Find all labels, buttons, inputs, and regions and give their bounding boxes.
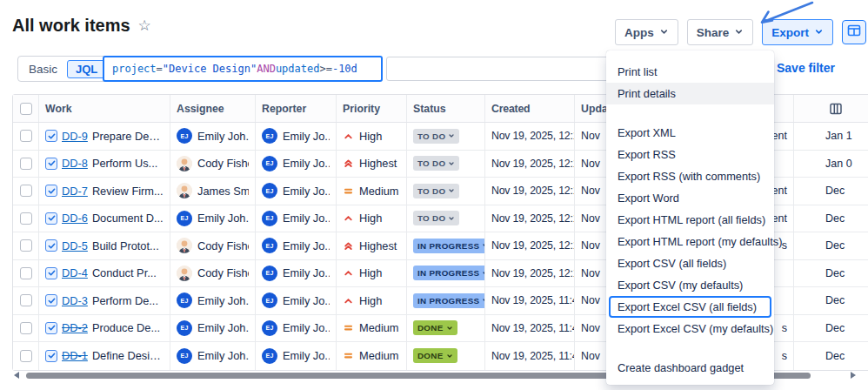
assignee-cell[interactable]: EJ Emily Joh... xyxy=(170,342,256,370)
assignee-cell[interactable]: James Sm... xyxy=(170,178,256,205)
save-filter-link[interactable]: Save filter xyxy=(777,61,835,75)
priority-cell[interactable]: High xyxy=(337,205,407,232)
scroll-right-arrow[interactable] xyxy=(851,372,856,379)
status-badge[interactable]: TO DO xyxy=(413,211,459,225)
work-item-summary[interactable]: Conduct Pr... xyxy=(92,266,157,279)
share-button[interactable]: Share xyxy=(687,19,754,45)
priority-cell[interactable]: High xyxy=(337,260,407,287)
export-menu-item[interactable]: Create dashboard gadget xyxy=(606,357,774,379)
export-menu-item[interactable]: Print details xyxy=(606,83,774,104)
priority-cell[interactable]: Highest xyxy=(337,151,407,178)
favorite-star-icon[interactable]: ☆ xyxy=(138,17,151,35)
export-menu-item[interactable]: Export RSS xyxy=(606,144,774,165)
work-item-summary[interactable]: Define Desig... xyxy=(92,349,164,362)
reporter-cell[interactable]: EJ Emily Jo... xyxy=(256,232,337,259)
column-header-assignee[interactable]: Assignee xyxy=(170,95,256,122)
configure-columns-button[interactable] xyxy=(825,98,846,119)
work-item-key[interactable]: DD-5 xyxy=(62,239,88,252)
row-checkbox[interactable] xyxy=(20,294,32,306)
column-header-reporter[interactable]: Reporter xyxy=(256,95,337,122)
status-badge[interactable]: TO DO xyxy=(413,129,459,144)
reporter-cell[interactable]: EJ Emily Jo... xyxy=(256,205,337,232)
avatar-initials: EJ xyxy=(266,325,274,331)
work-item-summary[interactable]: Prepare Des... xyxy=(92,130,164,143)
column-header-priority[interactable]: Priority xyxy=(337,95,407,122)
work-item-summary[interactable]: Review Firm... xyxy=(92,185,164,198)
assignee-name: Emily Joh... xyxy=(197,321,249,334)
reporter-cell[interactable]: EJ Emily Jo... xyxy=(256,178,337,205)
work-item-summary[interactable]: Document D... xyxy=(92,212,164,225)
work-item-summary[interactable]: Produce De... xyxy=(92,321,160,334)
basic-mode-button[interactable]: Basic xyxy=(21,61,65,77)
assignee-cell[interactable]: Cody Fisher xyxy=(170,232,256,259)
row-checkbox[interactable] xyxy=(20,185,32,197)
row-checkbox[interactable] xyxy=(20,322,32,334)
work-item-key[interactable]: DD-1 xyxy=(62,349,88,362)
priority-cell[interactable]: High xyxy=(337,287,407,314)
reporter-cell[interactable]: EJ Emily Jo... xyxy=(256,260,337,287)
row-checkbox[interactable] xyxy=(20,239,32,252)
reporter-cell[interactable]: EJ Emily Jo... xyxy=(256,151,337,178)
work-item-summary[interactable]: Perform De... xyxy=(92,294,158,307)
priority-cell[interactable]: High xyxy=(337,123,407,150)
row-checkbox[interactable] xyxy=(20,350,32,362)
work-item-key[interactable]: DD-6 xyxy=(62,212,88,225)
export-menu-item[interactable]: Export Excel CSV (my defaults) xyxy=(606,318,774,340)
column-header-status[interactable]: Status xyxy=(407,95,485,122)
column-header-work[interactable]: Work xyxy=(39,95,170,122)
export-menu-item[interactable]: Print list xyxy=(606,61,774,83)
assignee-avatar: EJ xyxy=(177,128,192,144)
export-button[interactable]: Export xyxy=(762,19,833,45)
assignee-cell[interactable]: Cody Fisher xyxy=(170,151,256,178)
reporter-cell[interactable]: EJ Emily Jo... xyxy=(256,123,337,150)
priority-cell[interactable]: Medium xyxy=(337,178,407,205)
jql-query-input[interactable]: project = "Device Design" AND updated >=… xyxy=(103,56,383,82)
reporter-cell[interactable]: EJ Emily Jo... xyxy=(256,342,337,370)
export-menu-item[interactable]: Export XML xyxy=(606,122,774,144)
select-all-checkbox[interactable] xyxy=(20,103,32,115)
reporter-cell[interactable]: EJ Emily Jo... xyxy=(256,287,337,314)
assignee-cell[interactable]: EJ Emily Joh... xyxy=(170,205,256,232)
export-menu-item[interactable]: Export Word xyxy=(606,187,774,209)
reporter-cell[interactable]: EJ Emily Jo... xyxy=(256,315,337,342)
export-menu-item[interactable]: Export CSV (my defaults) xyxy=(606,274,774,296)
export-menu-item[interactable]: Export RSS (with comments) xyxy=(606,165,774,187)
work-item-key[interactable]: DD-8 xyxy=(62,157,88,170)
reporter-avatar: EJ xyxy=(262,128,277,144)
assignee-cell[interactable]: EJ Emily Joh... xyxy=(170,287,256,314)
assignee-cell[interactable]: EJ Emily Joh... xyxy=(170,315,256,342)
work-item-key[interactable]: DD-3 xyxy=(62,294,88,307)
jql-mode-button[interactable]: JQL xyxy=(67,60,106,78)
status-badge[interactable]: IN PROGRESS xyxy=(413,239,485,253)
status-badge[interactable]: IN PROGRESS xyxy=(413,293,485,308)
priority-cell[interactable]: Medium xyxy=(337,342,407,370)
row-checkbox[interactable] xyxy=(20,212,32,225)
export-menu-item[interactable]: Export CSV (all fields) xyxy=(606,252,774,274)
list-view-toggle[interactable] xyxy=(842,20,866,44)
status-badge[interactable]: IN PROGRESS xyxy=(413,266,485,280)
status-badge[interactable]: DONE xyxy=(413,320,457,335)
work-item-key[interactable]: DD-9 xyxy=(62,130,88,143)
status-badge[interactable]: TO DO xyxy=(413,184,459,198)
status-badge[interactable]: TO DO xyxy=(413,156,459,171)
assignee-cell[interactable]: Cody Fisher xyxy=(170,260,256,287)
work-item-key[interactable]: DD-4 xyxy=(62,266,88,279)
column-header-created[interactable]: Created xyxy=(485,95,575,122)
apps-button[interactable]: Apps xyxy=(615,19,678,45)
export-menu-item[interactable]: Export Excel CSV (all fields) xyxy=(606,296,774,318)
priority-cell[interactable]: Highest xyxy=(337,232,407,259)
chevron-down-icon xyxy=(446,325,453,332)
assignee-cell[interactable]: EJ Emily Joh... xyxy=(170,123,256,150)
work-item-key[interactable]: DD-2 xyxy=(62,321,88,334)
status-badge[interactable]: DONE xyxy=(413,348,457,363)
row-checkbox[interactable] xyxy=(20,158,32,170)
row-checkbox[interactable] xyxy=(20,130,32,142)
work-item-key[interactable]: DD-7 xyxy=(62,185,88,198)
scroll-left-arrow[interactable] xyxy=(14,372,19,379)
priority-cell[interactable]: Medium xyxy=(337,315,407,342)
export-menu-item[interactable]: Export HTML report (my defaults) xyxy=(606,231,774,252)
work-item-summary[interactable]: Perform Us... xyxy=(92,157,157,170)
work-item-summary[interactable]: Build Protot... xyxy=(92,239,159,252)
export-menu-item[interactable]: Export HTML report (all fields) xyxy=(606,209,774,231)
row-checkbox[interactable] xyxy=(20,267,32,279)
